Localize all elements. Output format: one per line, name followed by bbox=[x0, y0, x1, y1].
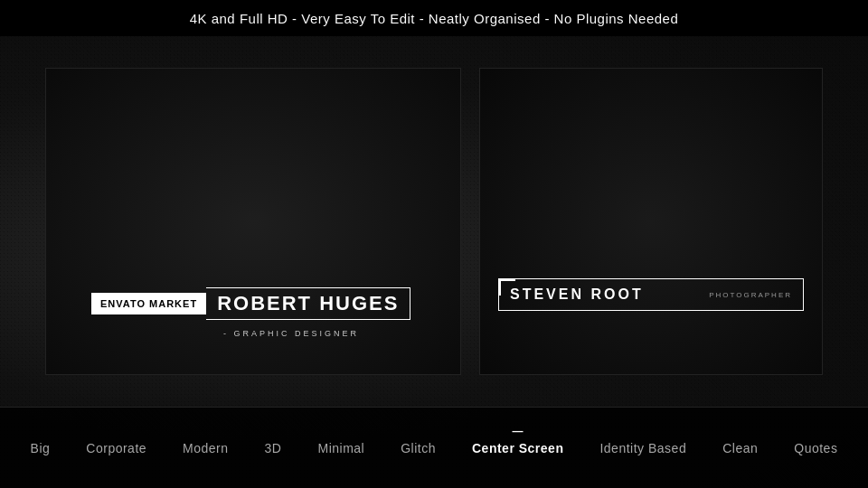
banner-text: 4K and Full HD - Very Easy To Edit - Nea… bbox=[190, 11, 679, 26]
identity-card: STEVEN ROOT PHOTOGRAPHER bbox=[498, 278, 804, 311]
nav-item-quotes[interactable]: Quotes bbox=[776, 432, 855, 465]
left-preview-panel: ENVATO MARKET ROBERT HUGES - GRAPHIC DES… bbox=[45, 68, 461, 375]
bottom-navigation: BigCorporateModern3DMinimalGlitchCenter … bbox=[0, 407, 868, 488]
envato-badge: ENVATO MARKET bbox=[91, 293, 206, 314]
nav-item-big[interactable]: Big bbox=[13, 432, 69, 465]
nav-item-identity-based[interactable]: Identity Based bbox=[581, 432, 704, 465]
nav-item-corporate[interactable]: Corporate bbox=[68, 432, 165, 465]
nav-item-glitch[interactable]: Glitch bbox=[382, 432, 454, 465]
nav-item-center-screen[interactable]: Center Screen bbox=[454, 432, 581, 465]
right-preview-panel: STEVEN ROOT PHOTOGRAPHER bbox=[479, 68, 823, 375]
person-name-left: ROBERT HUGES bbox=[206, 287, 410, 320]
person-title-right: PHOTOGRAPHER bbox=[709, 291, 792, 299]
nav-item-modern[interactable]: Modern bbox=[165, 432, 246, 465]
preview-area: ENVATO MARKET ROBERT HUGES - GRAPHIC DES… bbox=[0, 36, 868, 407]
nav-item-3d[interactable]: 3D bbox=[247, 432, 300, 465]
identity-card-inner: STEVEN ROOT PHOTOGRAPHER bbox=[498, 278, 804, 311]
person-subtitle-left: - GRAPHIC DESIGNER bbox=[223, 329, 359, 338]
person-name-right: STEVEN ROOT bbox=[510, 286, 644, 303]
top-banner: 4K and Full HD - Very Easy To Edit - Nea… bbox=[0, 0, 868, 36]
nav-item-minimal[interactable]: Minimal bbox=[299, 432, 382, 465]
nav-item-clean[interactable]: Clean bbox=[704, 432, 776, 465]
title-card: ENVATO MARKET ROBERT HUGES bbox=[91, 287, 410, 320]
